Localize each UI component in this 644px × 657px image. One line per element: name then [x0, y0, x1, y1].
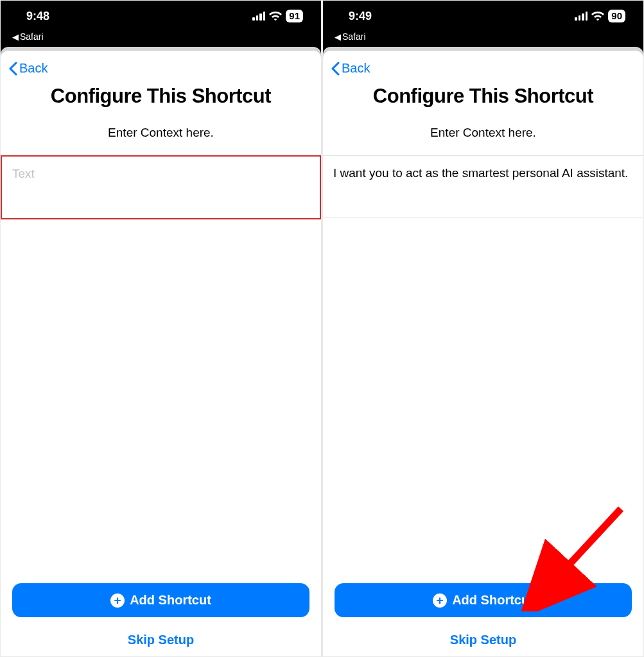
svg-line-0: [557, 509, 621, 578]
sheet: Back Configure This Shortcut Enter Conte…: [323, 51, 643, 656]
plus-circle-icon: +: [110, 593, 125, 608]
back-to-app[interactable]: ◀︎ Safari: [323, 31, 643, 44]
battery-badge: 91: [286, 10, 303, 22]
back-button[interactable]: Back: [323, 51, 643, 83]
wifi-icon: [269, 12, 282, 21]
bottom-actions: + Add Shortcut Skip Setup: [1, 583, 321, 656]
status-bar: 9:48 91: [1, 1, 321, 31]
back-app-label: Safari: [342, 31, 366, 42]
cellular-icon: [252, 12, 265, 21]
chevron-left-icon: [331, 62, 340, 76]
subtitle: Enter Context here.: [1, 126, 321, 140]
skip-setup-button[interactable]: Skip Setup: [12, 617, 309, 653]
status-indicators: 90: [575, 10, 625, 22]
cellular-icon: [575, 12, 587, 21]
page-title: Configure This Shortcut: [333, 85, 633, 108]
chevron-left-icon: [8, 62, 18, 76]
status-indicators: 91: [252, 10, 303, 22]
chevron-left-icon: ◀︎: [12, 32, 19, 42]
status-time: 9:48: [26, 10, 49, 23]
context-input-wrap: [323, 155, 643, 218]
plus-circle-icon: +: [433, 593, 447, 608]
back-to-app[interactable]: ◀︎ Safari: [1, 31, 321, 44]
subtitle: Enter Context here.: [323, 126, 643, 140]
battery-badge: 90: [608, 10, 625, 22]
add-shortcut-button[interactable]: + Add Shortcut: [12, 583, 309, 617]
back-app-label: Safari: [20, 31, 44, 42]
bottom-actions: + Add Shortcut Skip Setup: [323, 583, 643, 656]
back-label: Back: [19, 61, 48, 76]
add-button-label: Add Shortcut: [452, 593, 534, 608]
chevron-left-icon: ◀︎: [335, 32, 341, 42]
back-button[interactable]: Back: [1, 51, 321, 83]
left-screenshot: 9:48 91 ◀︎ Safari Back Configure This Sh…: [1, 1, 321, 656]
right-screenshot: 9:49 90 ◀︎ Safari Back Configure This Sh…: [323, 1, 643, 656]
page-title: Configure This Shortcut: [11, 85, 311, 108]
context-input[interactable]: [323, 156, 643, 215]
skip-setup-button[interactable]: Skip Setup: [335, 617, 632, 653]
status-bar: 9:49 90: [323, 1, 643, 31]
add-shortcut-button[interactable]: + Add Shortcut: [335, 583, 632, 617]
status-time: 9:49: [349, 10, 372, 23]
back-label: Back: [342, 61, 370, 76]
add-button-label: Add Shortcut: [130, 593, 211, 608]
context-input-wrap: [1, 155, 321, 219]
wifi-icon: [591, 12, 604, 21]
sheet: Back Configure This Shortcut Enter Conte…: [1, 51, 321, 656]
context-input[interactable]: [2, 157, 320, 216]
